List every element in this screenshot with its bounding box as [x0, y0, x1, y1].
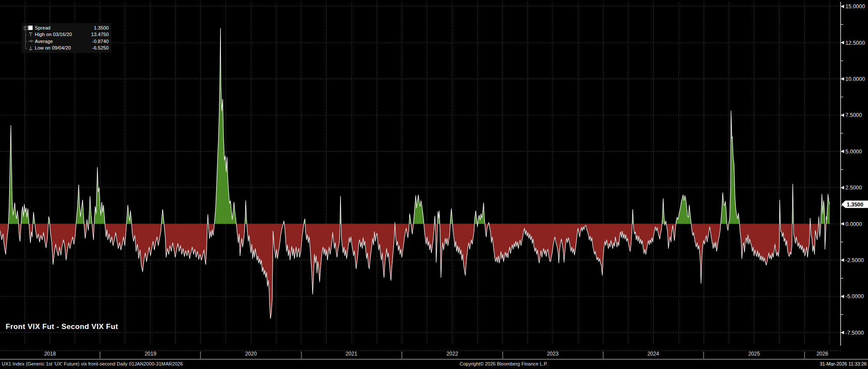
- bloomberg-chart-window: 15.000012.500010.00007.50005.00002.50000…: [0, 0, 868, 369]
- legend-row-average[interactable]: Average -0.8740: [23, 38, 109, 45]
- legend-value: -6.5250: [86, 45, 109, 50]
- svg-text:2025: 2025: [748, 351, 760, 357]
- chart-title: Front VIX Fut - Second VIX Fut: [6, 322, 118, 331]
- svg-text:1.3500: 1.3500: [847, 202, 863, 208]
- chart-legend[interactable]: Spread 1.3500 High on 03/16/20 13.4750 A…: [22, 23, 111, 53]
- svg-text:-7.5000: -7.5000: [845, 330, 864, 336]
- legend-label: Average: [35, 39, 86, 44]
- svg-text:2026: 2026: [817, 351, 828, 357]
- svg-text:10.0000: 10.0000: [845, 76, 865, 82]
- svg-text:2018: 2018: [44, 351, 56, 357]
- expander-icon[interactable]: [24, 26, 28, 30]
- high-marker-icon: [28, 31, 35, 38]
- security-description: UX1 Index (Generic 1st 'UX' Future) vix …: [2, 361, 183, 366]
- svg-text:15.0000: 15.0000: [845, 3, 865, 10]
- svg-text:5.0000: 5.0000: [845, 149, 862, 155]
- spread-area-chart[interactable]: 15.000012.500010.00007.50005.00002.50000…: [0, 0, 868, 369]
- svg-text:0.0000: 0.0000: [845, 221, 862, 227]
- svg-text:-2.5000: -2.5000: [845, 257, 864, 263]
- svg-text:12.5000: 12.5000: [845, 40, 865, 46]
- svg-text:2024: 2024: [648, 351, 659, 357]
- legend-label: High on 03/16/20: [35, 32, 86, 37]
- svg-text:2020: 2020: [245, 351, 257, 357]
- legend-value: 13.4750: [86, 32, 109, 37]
- svg-text:2.5000: 2.5000: [845, 185, 862, 191]
- legend-label: Spread: [35, 25, 86, 30]
- low-marker-icon: [28, 45, 35, 52]
- legend-row-high[interactable]: High on 03/16/20 13.4750: [23, 31, 109, 38]
- legend-row-low[interactable]: Low on 09/04/20 -6.5250: [23, 45, 109, 52]
- copyright-text: Copyright© 2026 Bloomberg Finance L.P.: [460, 361, 548, 366]
- svg-text:2023: 2023: [547, 351, 559, 357]
- average-marker-icon: [28, 38, 35, 45]
- svg-text:7.5000: 7.5000: [845, 112, 862, 118]
- svg-text:2019: 2019: [145, 351, 157, 357]
- legend-label: Low on 09/04/20: [35, 45, 86, 50]
- legend-expander[interactable]: [23, 24, 28, 31]
- svg-text:-5.0000: -5.0000: [845, 293, 864, 299]
- status-bar: UX1 Index (Generic 1st 'UX' Future) vix …: [0, 359, 868, 369]
- svg-text:2022: 2022: [447, 351, 458, 357]
- legend-row-spread[interactable]: Spread 1.3500: [23, 24, 109, 31]
- legend-value: 1.3500: [86, 25, 109, 30]
- timestamp: 31-Mar-2026 11:33:26: [820, 361, 867, 366]
- svg-text:2021: 2021: [346, 351, 357, 357]
- legend-value: -0.8740: [86, 39, 109, 44]
- series-swatch-icon: [28, 24, 35, 31]
